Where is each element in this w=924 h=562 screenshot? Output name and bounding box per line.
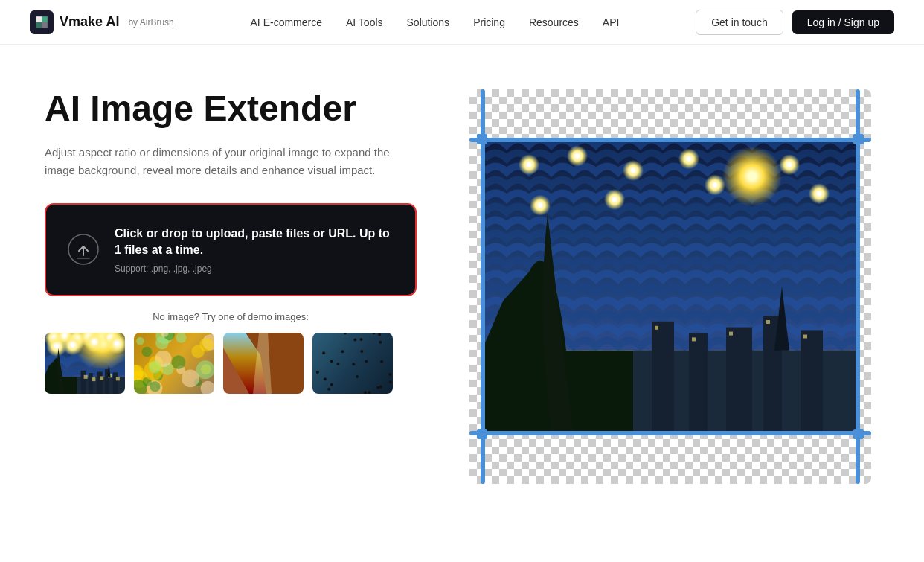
upload-support-text: Support: .png, .jpg, .jpeg: [115, 264, 394, 274]
nav-resources[interactable]: Resources: [529, 16, 579, 28]
resize-handle-right[interactable]: [856, 89, 860, 484]
logo-sub: by AirBrush: [128, 17, 173, 28]
demo-label: No image? Try one of demo images:: [45, 311, 417, 322]
resize-handle-left[interactable]: [481, 89, 485, 484]
nav-solutions[interactable]: Solutions: [407, 16, 450, 28]
logo-icon: [30, 10, 54, 34]
nav-api[interactable]: API: [603, 16, 620, 28]
right-panel: [461, 89, 879, 484]
left-panel: AI Image Extender Adjust aspect ratio or…: [45, 89, 417, 394]
upload-main-text: Click or drop to upload, paste files or …: [115, 226, 394, 259]
page-description: Adjust aspect ratio or dimensions of you…: [45, 144, 402, 179]
demo-thumb-1[interactable]: [45, 333, 125, 394]
login-signup-button[interactable]: Log in / Sign up: [792, 10, 894, 34]
upload-text-block: Click or drop to upload, paste files or …: [115, 226, 394, 274]
get-in-touch-button[interactable]: Get in touch: [696, 10, 783, 35]
resize-corner-bl[interactable]: [477, 429, 487, 439]
logo-text: Vmake AI: [60, 14, 119, 30]
navbar-actions: Get in touch Log in / Sign up: [696, 10, 894, 35]
demo-thumb-4[interactable]: [312, 333, 393, 394]
demo-images-row: [45, 333, 417, 394]
main-preview-image: [484, 141, 856, 432]
logo-group: Vmake AI by AirBrush: [30, 10, 174, 34]
resize-corner-br[interactable]: [853, 429, 864, 439]
main-content: AI Image Extender Adjust aspect ratio or…: [0, 45, 924, 514]
image-extender-preview: [469, 89, 871, 484]
nav-ai-ecommerce[interactable]: AI E-commerce: [251, 16, 322, 28]
navbar: Vmake AI by AirBrush AI E-commerce AI To…: [0, 0, 924, 45]
upload-dropzone[interactable]: Click or drop to upload, paste files or …: [45, 203, 417, 296]
nav-ai-tools[interactable]: AI Tools: [346, 16, 383, 28]
main-nav: AI E-commerce AI Tools Solutions Pricing…: [251, 16, 620, 28]
resize-handle-top[interactable]: [469, 138, 871, 142]
demo-thumb-3[interactable]: [223, 333, 304, 394]
demo-thumb-2[interactable]: [134, 333, 214, 394]
resize-corner-tr[interactable]: [853, 134, 864, 144]
resize-corner-tl[interactable]: [477, 134, 487, 144]
nav-pricing[interactable]: Pricing: [473, 16, 505, 28]
page-title: AI Image Extender: [45, 89, 417, 129]
upload-icon: [67, 233, 100, 266]
resize-handle-bottom[interactable]: [469, 431, 871, 435]
